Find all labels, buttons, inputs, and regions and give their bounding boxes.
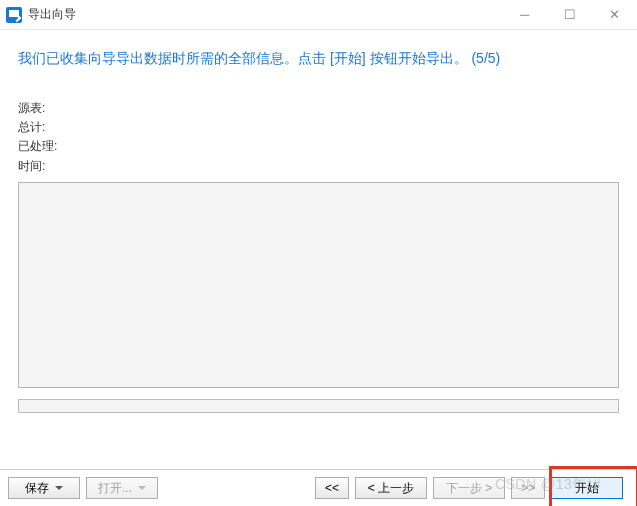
total-label: 总计: bbox=[18, 120, 45, 134]
info-block: 源表: 总计: 已处理: 时间: bbox=[0, 79, 637, 182]
save-label: 保存 bbox=[25, 480, 49, 497]
prev-button[interactable]: < 上一步 bbox=[355, 477, 427, 499]
next-button: 下一步 > bbox=[433, 477, 505, 499]
processed-row: 已处理: bbox=[18, 137, 619, 156]
source-row: 源表: bbox=[18, 99, 619, 118]
progress-bar bbox=[18, 399, 619, 413]
log-textarea[interactable] bbox=[18, 182, 619, 388]
wizard-step: (5/5) bbox=[471, 50, 500, 66]
maximize-button[interactable]: ☐ bbox=[547, 0, 592, 29]
footer: 保存 打开... << < 上一步 下一步 > >> 开始 bbox=[0, 470, 637, 506]
titlebar: 导出向导 ─ ☐ ✕ bbox=[0, 0, 637, 30]
window-title: 导出向导 bbox=[28, 6, 76, 23]
last-button: >> bbox=[511, 477, 545, 499]
start-button[interactable]: 开始 bbox=[551, 477, 623, 499]
first-button[interactable]: << bbox=[315, 477, 349, 499]
progress-wrap bbox=[0, 391, 637, 413]
source-label: 源表: bbox=[18, 101, 45, 115]
processed-label: 已处理: bbox=[18, 139, 57, 153]
time-row: 时间: bbox=[18, 157, 619, 176]
log-wrap bbox=[0, 182, 637, 391]
save-button[interactable]: 保存 bbox=[8, 477, 80, 499]
open-button[interactable]: 打开... bbox=[86, 477, 158, 499]
total-row: 总计: bbox=[18, 118, 619, 137]
time-label: 时间: bbox=[18, 159, 45, 173]
wizard-header: 我们已收集向导导出数据时所需的全部信息。点击 [开始] 按钮开始导出。 (5/5… bbox=[0, 30, 637, 79]
export-wizard-icon bbox=[6, 7, 22, 23]
minimize-button[interactable]: ─ bbox=[502, 0, 547, 29]
open-label: 打开... bbox=[98, 480, 132, 497]
window-controls: ─ ☐ ✕ bbox=[502, 0, 637, 29]
wizard-message: 我们已收集向导导出数据时所需的全部信息。点击 [开始] 按钮开始导出。 bbox=[18, 50, 468, 66]
close-button[interactable]: ✕ bbox=[592, 0, 637, 29]
